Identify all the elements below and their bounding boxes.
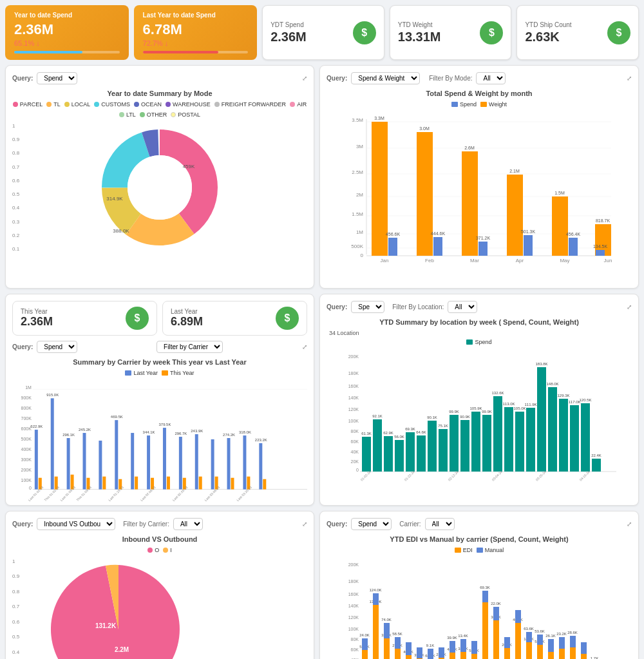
svg-text:74.0K: 74.0K [381,618,392,622]
svg-text:3.5M: 3.5M [352,117,363,123]
carrier-query-select[interactable]: Spend [37,341,77,353]
svg-text:69.3K: 69.3K [405,427,415,431]
legend-spend: Spend [451,101,477,108]
svg-text:105.9K: 105.9K [469,406,482,410]
svg-text:1M: 1M [25,385,32,390]
svg-rect-215 [406,642,412,655]
svg-rect-99 [199,477,202,490]
svg-text:22.4K: 22.4K [591,454,601,457]
ytd-spend-value: 2.36M [14,21,120,38]
edi-query-bar: Query: Spend Carrier: All ⤢ [327,518,632,530]
spend-weight-expand[interactable]: ⤢ [627,75,632,82]
svg-rect-240 [493,620,499,659]
svg-rect-151 [460,420,469,472]
location-filter-select[interactable]: All [448,301,477,313]
edi-expand[interactable]: ⤢ [627,521,632,528]
svg-rect-45 [569,238,578,256]
lytd-spend-title: Last Year to date Spend [143,12,249,19]
svg-text:379.5K: 379.5K [159,423,171,426]
svg-text:56.0K: 56.0K [394,435,404,439]
this-year-metric: This Year 2.36M $ [12,301,157,336]
lytd-spend-bar [143,51,219,53]
legend-warehouse: WAREHOUSE [166,101,211,108]
svg-text:131.2K: 131.2K [95,622,117,629]
svg-text:99.9K: 99.9K [482,410,492,414]
svg-rect-37 [478,242,488,256]
svg-rect-159 [504,407,513,472]
inbound-carrier-select[interactable]: All [173,518,203,530]
svg-rect-242 [493,607,499,620]
svg-rect-173 [581,403,590,472]
svg-rect-73 [51,398,54,489]
svg-text:3.3M: 3.3M [374,116,384,120]
legend-ocean: OCEAN [134,101,162,108]
svg-rect-31 [417,132,433,256]
svg-text:2M: 2M [356,192,363,198]
svg-rect-109 [259,443,262,490]
svg-rect-95 [179,437,182,490]
svg-text:501.3K: 501.3K [521,229,536,234]
svg-text:40K: 40K [351,450,359,454]
legend-other: OTHER [140,111,167,118]
spend-weight-title: Total Spend & Weight by month [327,90,632,97]
inbound-expand[interactable]: ⤢ [302,521,307,528]
svg-rect-207 [384,623,390,638]
ydt-spend-info: YDT Spend 2.36M [270,21,307,44]
spend-weight-filter-select[interactable]: All [476,72,506,84]
svg-text:3.0M: 3.0M [419,126,430,131]
inbound-chart-card: Query: Inbound VS Outbou Filter by Carri… [5,511,314,659]
svg-rect-261 [559,649,565,659]
inbound-chart-area: 1 0.9 0.8 0.7 0.6 0.5 0.4 0.3 0.2 0.1 13… [12,559,307,659]
svg-rect-205 [384,638,390,659]
svg-rect-43 [552,196,568,256]
svg-text:456.6K: 456.6K [386,232,401,236]
ytd-spend-card: Year to date Spend 2.36M 65.1% ↓ [5,5,129,60]
inbound-legend: O I [12,547,307,553]
lytd-spend-progress [143,51,249,53]
svg-rect-218 [417,647,422,658]
svg-rect-139 [395,440,404,472]
svg-rect-169 [559,399,568,472]
svg-text:120K: 120K [348,615,359,620]
spend-weight-query-select[interactable]: Spend & Weight [351,72,420,84]
svg-text:444.6K: 444.6K [431,231,446,236]
svg-rect-171 [570,405,579,472]
svg-rect-175 [592,459,601,472]
svg-rect-254 [537,645,543,659]
ytd-ship-metric: YTD Ship Count 2.63K $ [516,5,639,60]
svg-rect-41 [524,235,533,256]
donut-expand-icon[interactable]: ⤢ [302,75,307,82]
svg-text:62.9K: 62.9K [383,431,393,435]
svg-text:26.1K: 26.1K [545,634,556,638]
edi-carrier-select[interactable]: All [425,518,455,530]
edi-query-select[interactable]: Spend [351,518,392,530]
svg-text:60K: 60K [351,647,359,652]
svg-text:622.9K: 622.9K [30,425,43,428]
inbound-query-select[interactable]: Inbound VS Outbou [37,518,115,530]
carrier-filter-select[interactable]: Filter by Carrier [156,341,223,353]
svg-text:24.0K: 24.0K [359,633,370,637]
location-query-select[interactable]: Spe [351,301,384,313]
svg-text:245.2K: 245.2K [79,428,91,432]
svg-rect-143 [417,435,426,472]
donut-query-select[interactable]: Spend [37,72,77,84]
svg-text:20K: 20K [351,459,359,464]
carrier-expand[interactable]: ⤢ [302,343,307,350]
donut-chart-title: Year to date Summary by Mode [12,90,307,97]
legend-local: LOCAL [64,101,91,108]
svg-rect-209 [395,649,401,659]
svg-text:388.0K: 388.0K [113,228,129,234]
svg-text:915.0K: 915.0K [46,393,59,397]
svg-rect-213 [406,655,412,659]
last-year-icon: $ [276,307,299,330]
svg-text:371.2K: 371.2K [476,236,491,240]
location-expand[interactable]: ⤢ [627,303,632,310]
svg-text:129.3K: 129.3K [557,394,569,397]
ytd-weight-icon: $ [480,21,503,44]
svg-text:120K: 120K [348,407,359,412]
svg-text:140K: 140K [348,396,359,400]
svg-text:Feb: Feb [425,258,434,263]
location-query-bar: Query: Spe Filter By Location: All ⤢ [327,301,632,313]
svg-rect-221 [428,649,433,659]
svg-rect-265 [570,636,576,647]
